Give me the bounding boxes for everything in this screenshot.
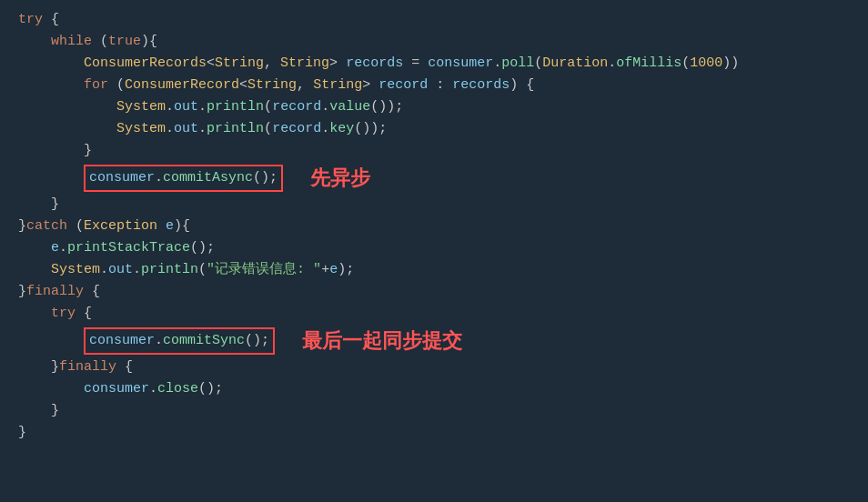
line-16: }finally { — [18, 356, 850, 378]
annotation-async: 先异步 — [310, 162, 370, 194]
line-2: while (true){ — [18, 31, 850, 53]
line-8: consumer.commitAsync(); — [18, 165, 283, 192]
line-9: } — [18, 194, 850, 216]
line-6: System.out.println(record.key()); — [18, 118, 850, 140]
commitsync-box: consumer.commitSync(); — [84, 327, 275, 355]
line-5: System.out.println(record.value()); — [18, 96, 850, 118]
line-15: consumer.commitSync(); — [18, 327, 275, 355]
line-17: consumer.close(); — [18, 378, 850, 400]
line-3: ConsumerRecords<String, String> records … — [18, 53, 850, 75]
line-12: System.out.println("记录错误信息: "+e); — [18, 259, 850, 281]
line-7: } — [18, 140, 850, 162]
line-11: e.printStackTrace(); — [18, 237, 850, 259]
line-13: }finally { — [18, 281, 850, 303]
line-15-container: consumer.commitSync(); 最后一起同步提交 — [18, 325, 850, 356]
line-8-container: consumer.commitAsync(); 先异步 — [18, 162, 850, 194]
line-1: try { — [18, 9, 850, 31]
line-19: } — [18, 422, 850, 444]
line-14: try { — [18, 303, 850, 325]
line-18: } — [18, 400, 850, 422]
commitasync-box: consumer.commitAsync(); — [84, 165, 283, 192]
line-10: }catch (Exception e){ — [18, 216, 850, 237]
annotation-sync: 最后一起同步提交 — [302, 325, 462, 356]
code-editor: try { while (true){ ConsumerRecords<Stri… — [0, 0, 868, 453]
line-4: for (ConsumerRecord<String, String> reco… — [18, 75, 850, 96]
